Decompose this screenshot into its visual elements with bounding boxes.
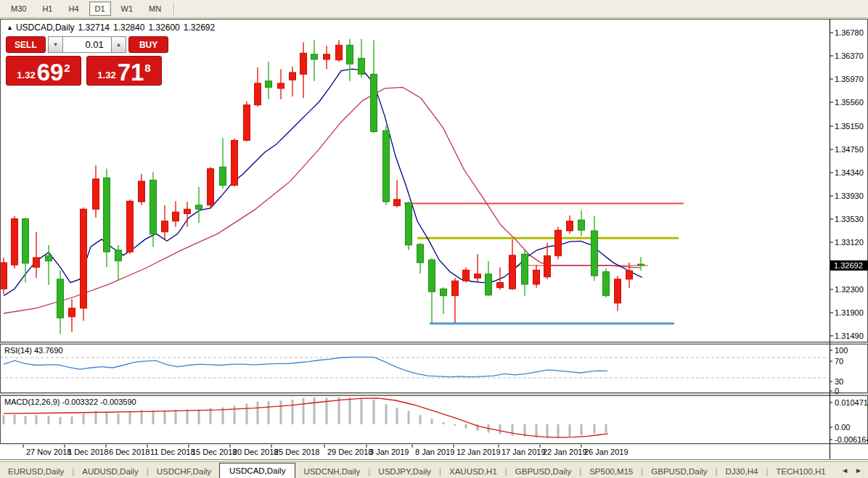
ohlc-high: 1.32840 xyxy=(113,22,144,33)
price-axis-label: 1.35970 xyxy=(835,75,868,83)
candle-body xyxy=(104,178,110,252)
candle-body xyxy=(12,219,18,265)
timeframe-button-h4[interactable]: H4 xyxy=(62,1,84,16)
candle-body xyxy=(347,45,353,64)
date-axis-label: 20 Dec 2018 xyxy=(233,448,278,456)
symbol-tab-sp500[interactable]: SP500,M15 xyxy=(581,465,641,478)
price-axis-label: 1.33930 xyxy=(835,191,868,200)
price-axis-label: 1.31900 xyxy=(835,308,868,317)
rsi-indicator-label: RSI(14) 43.7690 xyxy=(4,346,63,355)
price-axis-label: 1.35150 xyxy=(835,122,868,131)
candle-body xyxy=(429,260,435,292)
date-axis-label: 6 Dec 2018 xyxy=(109,448,150,456)
symbol-tab-xauusd[interactable]: XAUUSD,H1 xyxy=(441,465,505,478)
candle-body xyxy=(115,250,122,261)
symbol-tab-usdcad-active[interactable]: USDCAD,Daily xyxy=(219,463,295,478)
trading-platform-window: M30H1H4D1W1MN ▲USDCAD,Daily1.327141.3284… xyxy=(0,0,868,478)
candle-body xyxy=(406,203,412,245)
symbol-tab-tech100[interactable]: TECH100,H1 xyxy=(768,465,833,478)
symbol-tab-usdcnh[interactable]: USDCNH,Daily xyxy=(295,465,368,478)
candle-body xyxy=(278,83,284,88)
volume-decrease-button[interactable]: ▼ xyxy=(48,36,63,53)
candle-body xyxy=(139,181,145,202)
symbol-tab-dj30[interactable]: DJ30,H4 xyxy=(718,465,766,478)
symbol-tab-usdjpy[interactable]: USDJPY,Daily xyxy=(370,465,439,478)
candle-body xyxy=(311,54,318,59)
price-axis-label: 1.33530 xyxy=(835,215,868,223)
candle-body xyxy=(497,283,504,288)
candle-body xyxy=(638,264,644,265)
price-axis-label: 1.35560 xyxy=(835,98,868,107)
tab-scroll-right-icon[interactable]: ► xyxy=(855,466,862,474)
macd-axis-label: 0.010471 xyxy=(835,398,868,407)
sell-button[interactable]: SELL xyxy=(6,36,46,53)
tab-scroll-controls: ◄► xyxy=(841,462,868,478)
candle-body xyxy=(69,308,75,317)
symbol-tab-bar: EURUSD,Daily|AUDUSD,Daily|USDCHF,DailyUS… xyxy=(0,461,868,478)
candle-body xyxy=(591,231,598,276)
current-price-badge: 1.32692 xyxy=(830,260,868,271)
price-axis-label: 1.33120 xyxy=(835,238,868,247)
candle-body xyxy=(184,209,191,213)
candle-body xyxy=(567,221,573,231)
buy-price-pip: 8 xyxy=(144,62,150,74)
price-axis-label: 1.36780 xyxy=(835,28,868,37)
macd-indicator-label: MACD(12,26,9) -0.003322 -0.003590 xyxy=(4,397,136,406)
sell-price-box[interactable]: 1.32 69 2 xyxy=(6,56,81,86)
symbol-tab-gbpusd[interactable]: GBPUSD,Daily xyxy=(643,465,715,478)
tab-scroll-left-icon[interactable]: ◄ xyxy=(841,466,848,474)
candle-body xyxy=(452,281,459,295)
candle-body xyxy=(300,53,307,74)
candle-body xyxy=(1,263,7,289)
candle-body xyxy=(127,201,134,252)
candle-body xyxy=(93,179,99,210)
candle-body xyxy=(555,230,562,255)
date-axis-label: 27 Nov 2018 xyxy=(26,448,71,456)
rsi-axis-label: 100 xyxy=(835,346,848,355)
candle-body xyxy=(578,220,585,230)
rsi-axis-label: 0 xyxy=(835,387,839,395)
symbol-tab-usdchf[interactable]: USDCHF,Daily xyxy=(149,465,219,478)
date-axis-label: 26 Jan 2019 xyxy=(584,448,629,456)
price-axis-label: 1.34340 xyxy=(835,168,868,177)
timeframe-button-mn[interactable]: MN xyxy=(143,1,167,16)
date-axis-label: 3 Jan 2019 xyxy=(369,448,409,456)
timeframe-button-w1[interactable]: W1 xyxy=(115,1,139,16)
candle-body xyxy=(162,221,168,232)
symbol-tab-eurusd[interactable]: EURUSD,Daily xyxy=(0,465,72,478)
candle-body xyxy=(475,274,481,278)
candle-body xyxy=(394,199,401,206)
candle-body xyxy=(533,270,540,284)
candle-body xyxy=(463,270,470,281)
timeframe-button-m30[interactable]: M30 xyxy=(5,1,32,16)
chart-title: ▲USDCAD,Daily1.327141.328401.326001.3269… xyxy=(7,22,218,33)
volume-input[interactable]: 0.01 xyxy=(63,36,111,53)
date-axis-label: 17 Jan 2019 xyxy=(501,448,546,456)
timeframe-button-d1[interactable]: D1 xyxy=(89,1,111,16)
date-axis-label: 1 Dec 2018 xyxy=(67,448,108,456)
volume-increase-button[interactable]: ▲ xyxy=(111,36,126,53)
candle-body xyxy=(522,254,528,284)
candle-body xyxy=(359,58,365,74)
candle-body xyxy=(220,167,226,185)
date-axis-label: 11 Dec 2018 xyxy=(150,448,195,456)
symbol-tab-audusd[interactable]: AUDUSD,Daily xyxy=(74,465,146,478)
buy-price-big: 71 xyxy=(118,62,144,83)
one-click-trade-widget: SELL ▼ 0.01 ▲ BUY 1.32 69 2 1.32 71 8 xyxy=(6,36,168,86)
toolbar-separator xyxy=(173,2,175,15)
candle-body xyxy=(81,209,87,308)
timeframe-button-h1[interactable]: H1 xyxy=(36,1,58,16)
collapse-arrow-icon[interactable]: ▲ xyxy=(7,24,13,31)
ohlc-close: 1.32692 xyxy=(184,22,215,33)
candle-body xyxy=(509,255,516,289)
buy-price-box[interactable]: 1.32 71 8 xyxy=(86,56,162,86)
candle-body xyxy=(150,180,157,234)
price-axis-label: 1.34750 xyxy=(835,145,868,154)
candle-body xyxy=(486,274,492,295)
candle-body xyxy=(626,271,633,279)
buy-button[interactable]: BUY xyxy=(128,36,168,53)
spin-down-icon: ▼ xyxy=(53,41,59,48)
candle-body xyxy=(615,279,621,303)
timeframe-toolbar: M30H1H4D1W1MN xyxy=(0,0,868,18)
symbol-tab-gbpusd[interactable]: GBPUSD,Daily xyxy=(507,465,579,478)
